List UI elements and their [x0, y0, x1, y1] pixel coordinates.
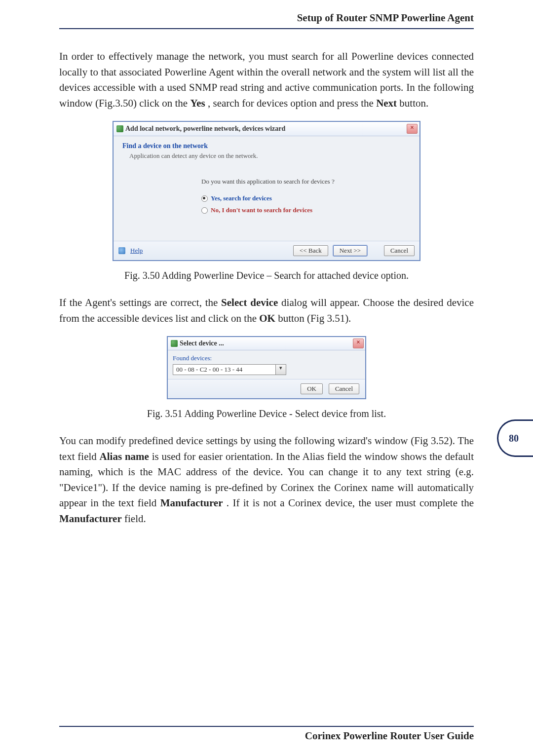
bold-manufacturer: Manufacturer [160, 497, 223, 509]
help-icon [118, 247, 125, 254]
page-footer: Corinex Powerline Router User Guide [59, 726, 474, 742]
text: If the Agent's settings are correct, the [59, 297, 221, 308]
paragraph-1: In order to effectively manage the netwo… [59, 49, 474, 111]
dialog-titlebar: Select device ... × [168, 337, 365, 350]
radio-label: No, I don't want to search for devices [211, 206, 312, 214]
text: field. [124, 513, 146, 525]
device-value: 00 - 08 - C2 - 00 - 13 - 44 [173, 364, 276, 375]
page-number: 80 [509, 433, 519, 444]
paragraph-2: If the Agent's settings are correct, the… [59, 295, 474, 326]
chevron-down-icon[interactable]: ▾ [276, 364, 286, 375]
close-icon[interactable]: × [407, 124, 418, 134]
figure-caption-1: Fig. 3.50 Adding Powerline Device – Sear… [59, 270, 474, 281]
wizard-subtext: Application can detect any device on the… [122, 152, 412, 160]
radio-icon [201, 195, 208, 202]
help-link[interactable]: Help [130, 247, 143, 255]
dialog-footer: OK Cancel [168, 379, 365, 398]
app-icon [171, 340, 178, 347]
device-combobox[interactable]: 00 - 08 - C2 - 00 - 13 - 44 ▾ [173, 364, 286, 375]
next-button[interactable]: Next >> [333, 245, 367, 256]
bold-select-device: Select device [221, 297, 278, 308]
text: . If it is not a Corinex device, the use… [227, 497, 474, 509]
radio-option-no[interactable]: No, I don't want to search for devices [122, 206, 412, 214]
back-button[interactable]: << Back [293, 245, 328, 256]
radio-option-yes[interactable]: Yes, search for devices [122, 194, 412, 202]
radio-icon [201, 207, 208, 214]
close-icon[interactable]: × [353, 339, 364, 348]
page-number-badge: 80 [497, 419, 533, 457]
wizard-question: Do you want this application to search f… [122, 178, 412, 186]
figure-caption-2: Fig. 3.51 Adding Powerline Device - Sele… [59, 408, 474, 419]
dialog-titlebar: Add local network, powerline network, de… [114, 122, 419, 136]
text: , search for devices option and press th… [208, 97, 376, 109]
wizard-dialog: Add local network, powerline network, de… [113, 121, 420, 261]
dialog-title: Select device ... [180, 340, 224, 347]
bold-next: Next [376, 97, 397, 109]
found-devices-label: Found devices: [173, 354, 360, 362]
dialog-footer: Help << Back Next >> Cancel [114, 241, 419, 260]
bold-ok: OK [259, 312, 275, 324]
page-header: Setup of Router SNMP Powerline Agent [59, 0, 474, 29]
bold-alias-name: Alias name [100, 451, 149, 462]
wizard-heading: Find a device on the network [122, 142, 412, 150]
dialog-title: Add local network, powerline network, de… [125, 125, 285, 133]
paragraph-3: You can modify predefined device setting… [59, 433, 474, 527]
bold-yes: Yes [190, 97, 205, 109]
app-icon [116, 125, 123, 132]
cancel-button[interactable]: Cancel [384, 245, 415, 256]
text: button. [399, 97, 428, 109]
ok-button[interactable]: OK [301, 383, 323, 394]
bold-manufacturer: Manufacturer [59, 513, 122, 525]
select-device-dialog: Select device ... × Found devices: 00 - … [167, 336, 366, 399]
cancel-button[interactable]: Cancel [329, 383, 359, 394]
text: button (Fig 3.51). [278, 312, 351, 324]
radio-label: Yes, search for devices [211, 194, 272, 202]
